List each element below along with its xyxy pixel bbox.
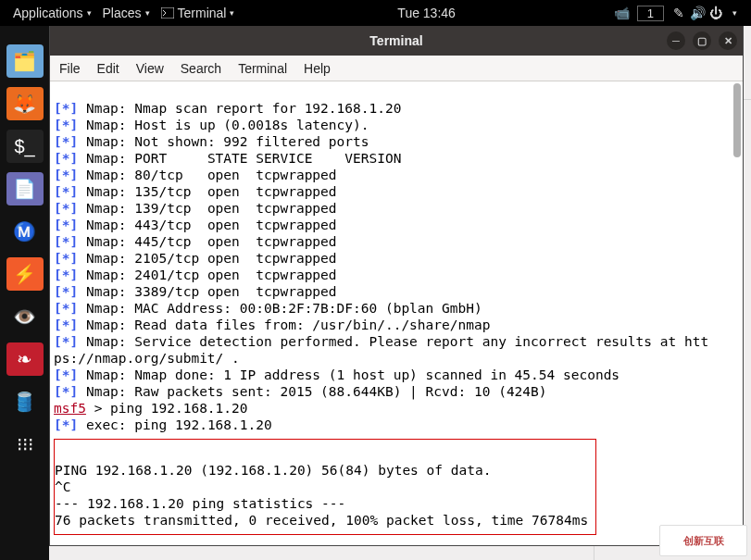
clock[interactable]: Tue 13:46 xyxy=(390,6,463,20)
term-line: Nmap: 2105/tcp open tcpwrapped xyxy=(78,251,336,266)
terminal-menu[interactable]: Terminal ▾ xyxy=(156,6,241,20)
term-line: Nmap: 445/tcp open tcpwrapped xyxy=(78,234,336,249)
window-titlebar[interactable]: Terminal ─ ▢ ✕ xyxy=(50,26,743,56)
menu-edit[interactable]: Edit xyxy=(97,61,119,76)
terminal-window: Terminal ─ ▢ ✕ File Edit View Search Ter… xyxy=(49,26,744,546)
window-title: Terminal xyxy=(369,33,422,48)
metasploit-icon[interactable]: Ⓜ️ xyxy=(6,215,44,248)
top-panel: Applications ▾ Places ▾ Terminal ▾ Tue 1… xyxy=(0,0,751,26)
term-line: Nmap: 2401/tcp open tcpwrapped xyxy=(78,268,336,282)
scrollbar[interactable] xyxy=(733,83,741,157)
term-line: Nmap: MAC Address: 00:0B:2F:7B:DF:60 (bp… xyxy=(78,301,482,316)
term-line: Nmap: Read data files from: /usr/bin/../… xyxy=(78,317,490,332)
term-line: Nmap: Nmap done: 1 IP address (1 host up… xyxy=(78,367,620,382)
terminal-dock-icon[interactable]: $_ xyxy=(6,130,44,163)
term-line: --- 192.168.1.20 ping statistics --- xyxy=(55,496,345,511)
applications-menu[interactable]: Applications ▾ xyxy=(7,6,97,20)
term-line: Nmap: 139/tcp open tcpwrapped xyxy=(78,201,336,216)
menu-search[interactable]: Search xyxy=(181,61,221,76)
term-line: Nmap: 80/tcp open tcpwrapped xyxy=(78,168,336,182)
text-editor-icon[interactable]: 📄 xyxy=(6,172,44,205)
term-line: Nmap: 443/tcp open tcpwrapped xyxy=(78,218,336,232)
term-line: Nmap: Not shown: 992 filtered ports xyxy=(78,134,369,149)
svg-rect-0 xyxy=(161,7,174,19)
firefox-icon[interactable]: 🦊 xyxy=(6,87,44,120)
ping-result-box: PING 192.168.1.20 (192.168.1.20) 56(84) … xyxy=(54,439,596,535)
term-line: ^C xyxy=(55,479,70,494)
term-line: 76 packets transmitted, 0 received, 100%… xyxy=(55,513,588,528)
term-line: Nmap: Raw packets sent: 2015 (88.644KB) … xyxy=(78,384,546,399)
term-line: Nmap: Host is up (0.0018s latency). xyxy=(78,118,369,132)
term-line: Nmap: PORT STATE SERVICE VERSION xyxy=(78,151,401,166)
show-apps-icon[interactable]: ⁝⁝⁝ xyxy=(6,428,44,461)
menu-help[interactable]: Help xyxy=(304,61,331,76)
terminal-icon xyxy=(161,7,174,19)
menu-terminal[interactable]: Terminal xyxy=(238,61,287,76)
term-line: Nmap: Service detection performed. Pleas… xyxy=(78,334,708,349)
term-line: > ping 192.168.1.20 xyxy=(86,401,248,416)
minimize-button[interactable]: ─ xyxy=(667,31,685,50)
term-line: exec: ping 192.168.1.20 xyxy=(78,417,272,432)
terminal-body[interactable]: [*] Nmap: Nmap scan report for 192.168.1… xyxy=(50,81,743,545)
menu-view[interactable]: View xyxy=(136,61,164,76)
cherry-icon[interactable]: ❧ xyxy=(6,342,44,376)
term-line: PING 192.168.1.20 (192.168.1.20) 56(84) … xyxy=(55,463,491,478)
term-line: ps://nmap.org/submit/ . xyxy=(54,351,240,366)
close-button[interactable]: ✕ xyxy=(719,31,737,50)
term-line: Nmap: 135/tcp open tcpwrapped xyxy=(78,184,336,199)
watermark-logo: 创新互联 xyxy=(659,525,747,556)
camera-icon[interactable]: 📹 xyxy=(613,6,632,20)
dock: 🗂️ 🦊 $_ 📄 Ⓜ️ ⚡ 👁️ ❧ 🛢️ ⁝⁝⁝ xyxy=(0,26,49,560)
places-menu[interactable]: Places ▾ xyxy=(97,6,156,20)
burp-icon[interactable]: ⚡ xyxy=(6,257,44,291)
system-menu-chevron-icon[interactable]: ▾ xyxy=(725,8,744,18)
term-line: Nmap: 3389/tcp open tcpwrapped xyxy=(78,284,336,299)
terminal-menubar: File Edit View Search Terminal Help xyxy=(50,56,743,81)
maximize-button[interactable]: ▢ xyxy=(693,31,711,50)
menu-file[interactable]: File xyxy=(59,61,81,76)
files-icon[interactable]: 🗂️ xyxy=(6,44,44,78)
database-icon[interactable]: 🛢️ xyxy=(6,385,44,418)
pick-icon[interactable]: ✎ xyxy=(670,6,688,20)
msf-prompt: msf5 xyxy=(54,401,86,416)
volume-icon[interactable]: 🔊 xyxy=(688,6,707,20)
term-line: Nmap: Nmap scan report for 192.168.1.20 xyxy=(78,101,401,116)
power-icon[interactable]: ⏻ xyxy=(707,6,725,20)
eye-icon[interactable]: 👁️ xyxy=(6,300,44,333)
workspace-indicator[interactable]: 1 xyxy=(637,6,664,21)
